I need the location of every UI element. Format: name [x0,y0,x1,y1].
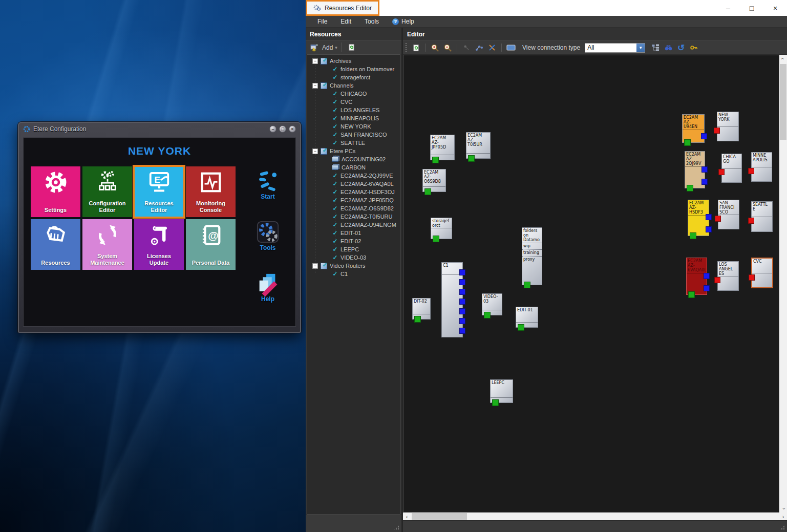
tree-item-minneapolis[interactable]: ✓MINNEAPOLIS [307,114,400,122]
expand-toggle-icon[interactable]: − [312,83,318,89]
tile-licenses-update[interactable]: Licenses Update [134,219,184,270]
tree-item-edit-02[interactable]: ✓EDIT-02 [307,237,400,245]
menu-edit[interactable]: Edit [334,18,358,25]
tree-item-ec2amaz-o6s9d82[interactable]: ✓EC2AMAZ-O6S9D82 [307,204,400,212]
connection-type-select[interactable]: All ▼ [585,43,645,53]
node-ec2amaz-hsdf3oj[interactable]: EC2AM AZ- HSDF3 [688,200,709,236]
tab-resources-editor[interactable]: Resources Editor [306,0,379,16]
tree-item-new-york[interactable]: ✓NEW YORK [307,122,400,131]
side-item-help[interactable]: Help [248,272,287,323]
expand-toggle-icon[interactable]: − [312,58,318,64]
side-item-tools[interactable]: Tools [248,221,287,272]
node-icon[interactable] [461,42,472,53]
screen-icon[interactable] [505,42,517,53]
tree-item-ec2amaz-hsdf3oj[interactable]: ✓EC2AMAZ-HSDF3OJ [307,188,400,196]
close-button[interactable]: × [763,0,787,16]
node-c1[interactable]: C1 [441,262,463,337]
editor-canvas[interactable]: EC2AM AZ- JPF05DEC2AM AZ- T0I5UREC2AM AZ… [403,55,779,513]
tree-group-channels[interactable]: −✓Channels [307,81,400,90]
tile-monitoring-console[interactable]: Monitoring Console [186,166,236,217]
tree-item-ec2amaz-jpf05dq[interactable]: ✓EC2AMAZ-JPF05DQ [307,196,400,204]
node-ec2amaz-u94engm[interactable]: EC2AM AZ- U94EN [682,114,705,143]
zoom-in-icon[interactable] [429,42,440,53]
scroll-right-icon[interactable]: › [779,513,787,520]
tree-item-ec2amaz-6vaqa0l[interactable]: ✓EC2AMAZ-6VAQA0L [307,180,400,188]
tile-settings[interactable]: Settings [31,166,80,217]
expand-toggle-icon[interactable]: − [312,263,318,269]
tree-item-video-03[interactable]: ✓VIDEO-03 [307,253,400,262]
vertical-scrollbar[interactable]: ‹ ‹ [779,55,787,513]
expand-toggle-icon[interactable]: − [312,148,318,154]
tree-item-cvc[interactable]: ✓CVC [307,98,400,106]
tree-group-etere-pcs[interactable]: −✓Etere PCs [307,147,400,155]
layout-icon[interactable] [650,42,661,53]
cut-icon[interactable] [486,42,498,53]
node-leepc[interactable]: LEEPC [490,379,513,403]
tree-item-ec2amaz-2qj99ve[interactable]: ✓EC2AMAZ-2QJ99VE [307,172,400,180]
scroll-up-icon[interactable]: ‹ [779,55,787,62]
tree-item-folders-on-datamover[interactable]: ✓folders on Datamover [307,65,400,73]
tile-resources-editor[interactable]: EResources Editor [134,166,184,217]
node-storageforct[interactable]: storagef orct [431,218,452,239]
vertical-scroll-thumb[interactable] [780,64,786,140]
tile-system-maintenance[interactable]: System Maintenance [82,219,132,270]
node-ec2amaz-o6s9d82[interactable]: EC2AM AZ- O6S9D8 [422,169,446,192]
node-ec2amaz-t0i5uru[interactable]: EC2AM AZ- T0I5UR [466,132,491,159]
node-ec2amaz-2qj99ve[interactable]: EC2AM AZ- 2QJ99V [685,151,705,188]
tree-item-carbon[interactable]: CARBON [307,163,400,172]
tree-item-storageforct[interactable]: ✓storageforct [307,73,400,81]
node-video-03[interactable]: VIDEO- 03 [482,293,502,315]
etere-close-button[interactable]: × [289,125,296,133]
tree-item-leepc[interactable]: ✓LEEPC [307,245,400,253]
tree-item-ec2amaz-u94engm[interactable]: ✓EC2AMAZ-U94ENGM [307,221,400,229]
menu-file[interactable]: File [311,18,334,25]
node-ec2amaz-jpf05dq[interactable]: EC2AM AZ- JPF05D [430,135,455,160]
node-san-francisco[interactable]: SAN FRANCI SCO [718,200,739,229]
scroll-down-icon[interactable]: ‹ [779,505,787,513]
etere-minimize-button[interactable]: – [269,125,276,133]
maximize-button[interactable]: □ [740,0,763,16]
node-ec2amaz-6vaqa0l[interactable]: EC2AM AZ- 6VAQA0L [686,258,707,295]
toolbar-grip[interactable] [405,42,408,53]
node-new-york[interactable]: NEW YORK [717,112,739,141]
tree-item-edit-01[interactable]: ✓EDIT-01 [307,229,400,237]
key-icon[interactable] [688,42,699,53]
tree-item-los-angeles[interactable]: ✓LOS ANGELES [307,106,400,114]
tree-item-accounting02[interactable]: ACCOUNTING02 [307,155,400,163]
horizontal-scrollbar[interactable]: ‹ › [403,513,787,520]
tree-group-archives[interactable]: −✓Archives [307,57,400,65]
menu-tools[interactable]: Tools [358,18,386,25]
find-icon[interactable] [663,42,674,53]
zoom-out-icon[interactable] [442,42,453,53]
tile-resources[interactable]: Resources [31,219,80,270]
node-edit-01[interactable]: EDIT-01 [516,307,538,328]
menu-help[interactable]: ?Help [386,18,421,25]
etere-maximize-button[interactable]: □ [279,125,286,133]
tile-personal-data[interactable]: @Personal Data [186,219,236,270]
scroll-left-icon[interactable]: ‹ [403,513,411,520]
node-edit-02[interactable]: DIT-02 [412,298,431,320]
minimize-button[interactable]: – [716,0,740,16]
tree-item-ec2amaz-t0i5uru[interactable]: ✓EC2AMAZ-T0I5URU [307,212,400,221]
node-los-angeles[interactable]: LOS ANGEL ES [717,261,739,291]
node-folders-on-datamover[interactable]: folders on Datamowiptrainingproxy [522,227,542,285]
tree-item-seattle[interactable]: ✓SEATTLE [307,139,400,147]
add-dropdown-caret[interactable]: ▾ [335,45,337,50]
tree-item-chicago[interactable]: ✓CHICAGO [307,90,400,98]
tree-item-c1[interactable]: ✓C1 [307,270,400,278]
node-seattle[interactable]: SEATTL E [751,201,773,232]
add-button[interactable]: Add [322,44,333,51]
chevron-down-icon[interactable]: ▼ [636,44,645,52]
node-cvc[interactable]: CVC [751,258,773,288]
side-item-start[interactable]: Start [248,169,287,221]
resize-grip[interactable] [779,524,785,530]
tree-item-san-francisco[interactable]: ✓SAN FRANCISCO [307,131,400,139]
undo-icon[interactable]: ↺ [675,42,687,53]
tree-group-video-routers[interactable]: −✓Video Routers [307,262,400,270]
horizontal-scroll-thumb[interactable] [412,513,467,520]
node-minneapolis[interactable]: MINNE APOLIS [751,152,772,182]
node-chicago[interactable]: CHICA GO [721,154,742,183]
connection-icon[interactable] [474,42,485,53]
refresh-icon[interactable] [346,42,357,53]
resize-grip[interactable] [393,524,400,530]
